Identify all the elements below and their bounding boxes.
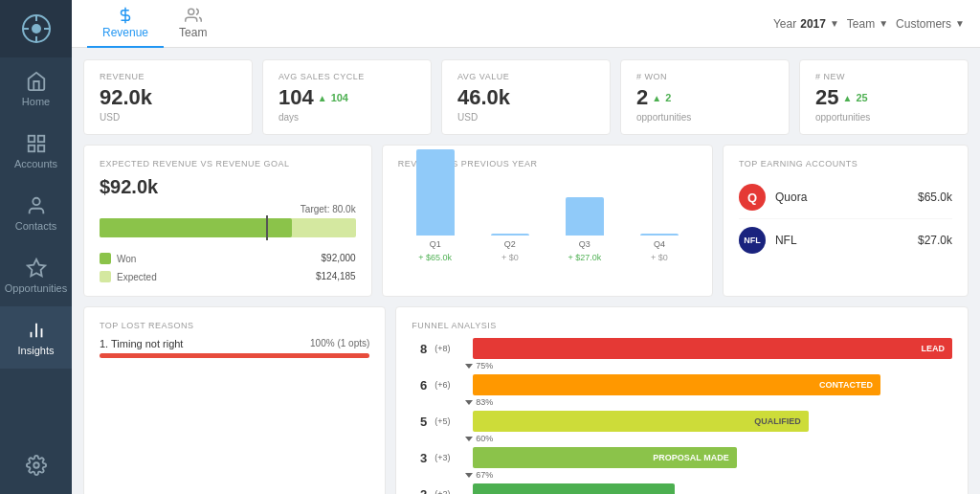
bar-q3-delta: + $27.0k [568,253,601,262]
tab-team[interactable]: Team [164,0,222,48]
sidebar-item-accounts[interactable]: Accounts [0,120,72,182]
main-content: Revenue Team Year 2017 ▼ Team ▼ Customer [72,0,980,494]
account-quora: Q Quora $65.0k [739,176,952,219]
svg-marker-11 [27,258,44,275]
funnel-bar-contacted-label: CONTACTED [819,380,873,390]
bar-q4: Q4 + $0 [640,234,679,262]
sidebar: Home Accounts Contacts Opportunities Ins… [0,0,72,494]
bar-q4-label: Q4 [654,239,665,249]
year-chevron-icon: ▼ [830,18,839,29]
funnel-pct-lead: 75% [412,361,952,370]
top-accounts-title: TOP EARNING ACCOUNTS [739,159,952,168]
bar-q3-bar [566,197,604,236]
revenue-progress-track [100,218,356,237]
sidebar-item-accounts-label: Accounts [14,158,57,169]
top-accounts-card: TOP EARNING ACCOUNTS Q Quora $65.0k NFL … [723,145,969,297]
sidebar-item-contacts[interactable]: Contacts [0,182,72,244]
year-label: Year [773,17,796,31]
stat-won-row: 2 ▲ 2 [636,85,773,110]
reason-timing-pct: 100% (1 opts) [310,338,369,349]
bar-q1: Q1 + $65.0k [416,149,455,262]
funnel-pct-contacted-text: 83% [465,397,493,407]
sidebar-item-opportunities[interactable]: Opportunities [0,244,72,306]
charts-row: EXPECTED REVENUE VS REVENUE GOAL $92.0k … [83,145,969,297]
funnel-arrow-down-proposal [465,473,473,478]
revenue-goal-amount: $92.0k [100,176,356,198]
funnel-count-lead: 8 [412,342,427,356]
funnel-pct-proposal-val: 67% [476,470,493,480]
svg-rect-6 [28,135,33,141]
revenue-goal-target: Target: 80.0k [100,204,356,214]
legend-expected: Expected [100,271,157,282]
year-filter[interactable]: Year 2017 ▼ [773,17,839,31]
funnel-card: FUNNEL ANALYSIS 8 (+8) LEAD 75% [395,306,969,494]
stat-avg-value-val: 46.0k [457,85,594,110]
funnel-bar-proposal-container: PROPOSAL MADE [473,447,952,468]
funnel-row-last: 2 (+2) [412,483,952,494]
sidebar-settings[interactable] [0,437,72,494]
funnel-pct-qualified-val: 60% [476,434,493,443]
legend-won-row: Won $92,000 [100,253,356,264]
legend-expected-label: Expected [117,272,157,282]
funnel-row-contacted: 6 (+6) CONTACTED [412,374,952,395]
year-value: 2017 [800,17,826,31]
rev-prev-year-card: REVENUE VS PREVIOUS YEAR Q1 + $65.0k Q2 … [382,145,713,297]
reason-timing: 1. Timing not right 100% (1 opts) [100,338,369,358]
svg-rect-8 [28,145,33,150]
account-quora-value: $65.0k [918,191,952,204]
stat-avg-cycle-label: AVG SALES CYCLE [278,72,415,81]
sidebar-item-insights[interactable]: Insights [0,306,72,369]
funnel-bar-lead: LEAD [473,338,952,359]
funnel-bar-last [473,483,674,494]
customers-filter[interactable]: Customers ▼ [896,17,965,31]
account-quora-name: Quora [775,191,908,204]
funnel-row-qualified: 5 (+5) QUALIFIED [412,411,952,432]
funnel-bar-proposal-label: PROPOSAL MADE [653,453,728,462]
reason-bar-fill [100,353,369,358]
lost-reasons-title: TOP LOST REASONS [100,321,369,330]
bottom-row: TOP LOST REASONS 1. Timing not right 100… [83,306,969,494]
svg-point-15 [33,462,39,468]
sidebar-logo [0,0,72,57]
stat-won-arrow: ▲ [652,93,661,103]
funnel-arrow-down-qualified [465,437,473,441]
stat-avg-value: AVG VALUE 46.0k USD [441,59,611,135]
stat-avg-value-label: AVG VALUE [457,72,594,81]
sidebar-item-opportunities-label: Opportunities [5,282,67,294]
sidebar-item-home[interactable]: Home [0,57,72,120]
team-filter[interactable]: Team ▼ [847,17,888,31]
svg-point-17 [188,9,193,14]
funnel-bar-contacted: CONTACTED [473,374,880,395]
stat-won: # WON 2 ▲ 2 opportunities [620,59,790,135]
funnel-bar-last-container [473,483,952,494]
funnel-count-proposal: 3 [412,451,427,465]
tab-team-label: Team [179,26,207,39]
customers-chevron-icon: ▼ [955,18,965,29]
funnel-bar-lead-label: LEAD [922,344,946,353]
sidebar-item-insights-label: Insights [18,345,55,356]
legend-expected-row: Expected $124,185 [100,271,356,282]
stat-avg-value-sub: USD [457,112,594,123]
stat-avg-cycle-row: 104 ▲ 104 [278,85,415,110]
funnel-pct-contacted-val: 83% [476,397,493,407]
funnel-count-contacted: 6 [412,378,427,393]
bar-q4-bar [640,234,679,236]
funnel-pct-lead-text: 75% [465,361,493,370]
stat-won-value: 2 [636,85,648,110]
stat-new-arrow: ▲ [842,93,852,103]
filter-bar: Year 2017 ▼ Team ▼ Customers ▼ [773,17,965,31]
funnel-count-qualified: 5 [412,415,427,429]
sidebar-item-home-label: Home [22,96,50,107]
account-quora-logo: Q [739,184,766,211]
revenue-progress-container [100,218,356,237]
funnel-bar-qualified: QUALIFIED [473,411,808,432]
funnel-pct-qualified: 60% [412,434,952,443]
tab-revenue[interactable]: Revenue [87,0,164,48]
bar-q4-delta: + $0 [651,253,668,262]
funnel-pct-contacted: 83% [412,397,952,407]
reason-timing-label: 1. Timing not right [100,338,183,349]
stat-avg-cycle-arrow: ▲ [318,93,327,103]
stat-avg-cycle-delta: 104 [331,92,348,103]
stat-revenue: REVENUE 92.0k USD [83,59,253,135]
legend-expected-box [100,271,111,282]
